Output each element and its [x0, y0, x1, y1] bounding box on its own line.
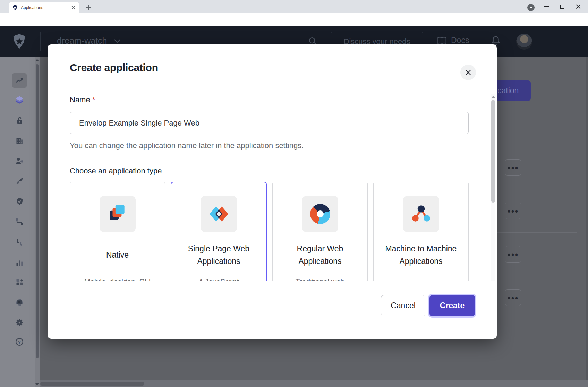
row-separator	[497, 189, 577, 189]
app-type-card-regular-web[interactable]: Regular Web Applications Traditional web	[272, 182, 368, 281]
row-separator	[497, 319, 577, 319]
sidebar-item-monitoring[interactable]	[12, 255, 27, 270]
create-application-button-partial[interactable]: cation	[497, 80, 531, 101]
create-button[interactable]: Create	[429, 295, 475, 316]
required-asterisk: *	[92, 95, 95, 104]
scroll-up-arrow-icon[interactable]	[35, 59, 39, 61]
browser-tab[interactable]: Applications	[9, 2, 79, 13]
tab-close-icon[interactable]	[71, 5, 76, 10]
app-row-menu-button[interactable]: ●●●	[505, 289, 521, 306]
name-helper-text: You can change the application name late…	[70, 141, 304, 150]
sidebar-item-actions[interactable]	[12, 214, 27, 230]
sidebar-item-auth-pipeline[interactable]	[12, 234, 27, 250]
create-application-modal: Create application Name* You can change …	[48, 44, 497, 339]
shield-check-icon	[15, 197, 24, 206]
window-maximize-button[interactable]	[554, 0, 570, 13]
window-close-button[interactable]	[570, 0, 586, 13]
paintbrush-icon	[15, 176, 24, 186]
browser-toolbar: manage.auth0.com/dashboard/eu/dream-watc…	[0, 13, 588, 26]
layers-icon	[14, 95, 25, 106]
building-icon	[15, 136, 24, 146]
sidebar-item-help[interactable]: ?	[12, 334, 27, 350]
sidebar-item-user-management[interactable]	[12, 153, 27, 169]
card-title: Machine to Machine Applications	[385, 242, 458, 267]
native-icon-tile	[100, 196, 136, 232]
user-gear-icon	[15, 156, 24, 166]
sidebar-scrollbar[interactable]	[35, 57, 40, 387]
sidebar-item-authentication[interactable]	[12, 113, 27, 128]
modal-scrollbar-thumb[interactable]	[491, 100, 495, 203]
app-type-card-single-page[interactable]: Single Page Web Applications A JavaScrip…	[171, 182, 267, 281]
page-vertical-scrollbar[interactable]	[586, 57, 588, 380]
pipeline-icon	[15, 237, 24, 247]
card-title: Regular Web Applications	[284, 242, 357, 267]
header-divider	[40, 32, 41, 51]
sidebar-item-organizations[interactable]	[12, 133, 27, 148]
m2m-nodes-icon	[411, 204, 431, 224]
marketplace-icon	[15, 277, 24, 287]
cancel-button[interactable]: Cancel	[381, 295, 425, 316]
native-stack-icon	[108, 204, 128, 224]
modal-close-icon[interactable]	[460, 64, 476, 80]
auth0-favicon	[12, 5, 18, 11]
sidebar-item-marketplace[interactable]	[12, 274, 27, 290]
sidebar-item-applications[interactable]	[12, 93, 27, 108]
row-separator	[497, 232, 577, 233]
window-minimize-button[interactable]	[538, 0, 554, 13]
application-type-cards: Native Mobile, desktop, CLI and smart Si…	[70, 182, 469, 281]
card-description: Traditional web	[296, 276, 345, 281]
browser-tab-strip: Applications	[0, 0, 588, 13]
sidebar-nav: ?	[0, 57, 35, 387]
tab-search-chevron-icon[interactable]	[527, 4, 535, 11]
app-type-card-native[interactable]: Native Mobile, desktop, CLI and smart	[70, 182, 165, 281]
app-row-menu-button[interactable]: ●●●	[505, 159, 521, 176]
auth0-logo	[11, 33, 27, 50]
docs-link[interactable]: Docs	[437, 36, 469, 45]
question-circle-icon: ?	[15, 337, 24, 347]
spa-icon-tile	[201, 196, 237, 232]
docs-label: Docs	[451, 36, 469, 45]
new-tab-button[interactable]	[84, 3, 93, 12]
choose-type-label: Choose an application type	[70, 166, 162, 175]
row-separator	[497, 276, 577, 276]
m2m-icon-tile	[403, 196, 439, 232]
card-title: Native	[106, 242, 129, 267]
scroll-down-arrow-icon[interactable]	[35, 383, 39, 385]
user-avatar[interactable]	[516, 34, 532, 50]
tab-title: Applications	[21, 5, 71, 10]
flow-icon	[15, 217, 24, 227]
name-label: Name*	[70, 95, 95, 104]
modal-title: Create application	[70, 62, 158, 74]
sidebar-item-extensions[interactable]	[12, 295, 27, 310]
app-row-menu-button[interactable]: ●●●	[505, 246, 521, 263]
card-description: Mobile, desktop, CLI and smart	[82, 276, 153, 281]
screen: Applications manage.auth0.com/dashboard/…	[0, 0, 588, 387]
application-name-input[interactable]	[70, 112, 469, 134]
app-type-card-machine-to-machine[interactable]: Machine to Machine Applications	[373, 182, 469, 281]
app-row-menu-button[interactable]: ●●●	[505, 203, 521, 219]
horizontal-scrollbar-thumb[interactable]	[40, 382, 144, 386]
bar-chart-icon	[15, 258, 24, 267]
gear-icon	[14, 317, 25, 328]
regular-web-icon-tile	[302, 196, 338, 232]
scroll-up-arrow-icon[interactable]	[492, 96, 495, 98]
regular-web-donut-icon	[310, 204, 330, 224]
card-description: A JavaScript	[198, 276, 239, 281]
trend-chart-icon	[15, 76, 24, 85]
sidebar-item-settings[interactable]	[12, 315, 27, 330]
sidebar-scrollbar-thumb[interactable]	[36, 64, 39, 358]
spa-diamond-icon	[209, 204, 229, 224]
sidebar-item-branding[interactable]	[12, 173, 27, 189]
page-horizontal-scrollbar[interactable]	[40, 380, 588, 387]
card-title: Single Page Web Applications	[182, 242, 255, 267]
svg-text:?: ?	[18, 339, 21, 345]
book-icon	[437, 36, 447, 45]
sidebar-item-security[interactable]	[12, 194, 27, 209]
chevron-down-icon	[113, 38, 121, 43]
sidebar-item-activity[interactable]	[12, 73, 27, 88]
chip-icon	[15, 298, 24, 307]
unlocked-padlock-icon	[15, 116, 24, 126]
modal-scrollbar[interactable]	[491, 94, 495, 281]
